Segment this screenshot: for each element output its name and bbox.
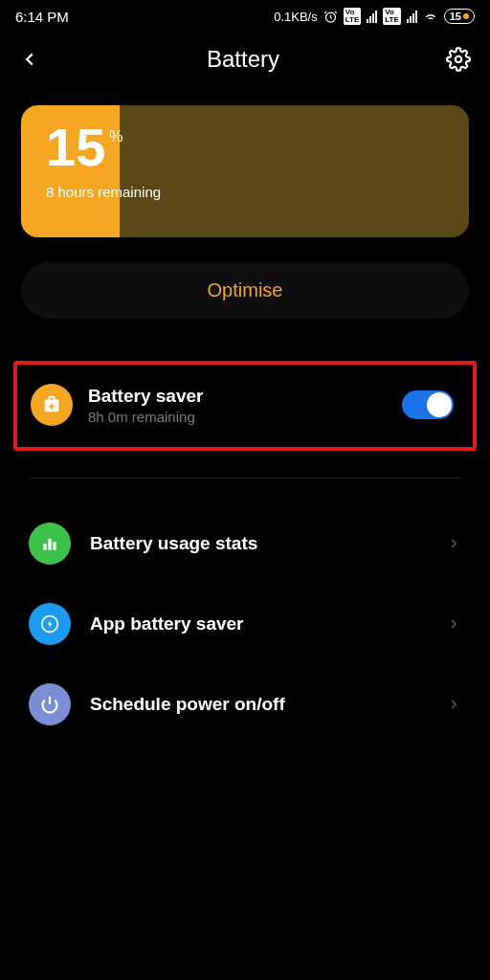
chevron-right-icon — [446, 697, 461, 712]
medkit-icon — [31, 384, 73, 426]
row-title: Battery usage stats — [90, 533, 427, 554]
battery-indicator-icon: 15 — [444, 9, 475, 24]
divider — [29, 478, 461, 479]
battery-saver-row[interactable]: Battery saver 8h 0m remaining — [31, 384, 454, 426]
row-battery-usage[interactable]: Battery usage stats — [29, 503, 461, 584]
signal-icon — [367, 11, 377, 23]
power-icon — [29, 683, 71, 725]
chevron-right-icon — [446, 536, 461, 551]
lte-badge-icon: VoLTE — [344, 8, 362, 25]
settings-list: Battery usage stats App battery saver Sc… — [0, 503, 490, 745]
optimise-button[interactable]: Optimise — [21, 262, 469, 319]
row-schedule-power[interactable]: Schedule power on/off — [29, 664, 461, 745]
chevron-right-icon — [446, 616, 461, 632]
svg-rect-3 — [48, 539, 51, 550]
status-bar: 6:14 PM 0.1KB/s VoLTE VoLTE 15 — [0, 0, 490, 33]
row-app-battery-saver[interactable]: App battery saver — [29, 584, 461, 664]
svg-point-1 — [456, 56, 462, 63]
highlight-box: Battery saver 8h 0m remaining — [13, 361, 477, 451]
row-title: App battery saver — [90, 613, 427, 635]
wifi-icon — [423, 9, 438, 24]
status-time: 6:14 PM — [15, 9, 69, 25]
saver-toggle[interactable] — [402, 390, 454, 419]
saver-title: Battery saver — [88, 386, 387, 407]
settings-icon[interactable] — [446, 47, 471, 72]
saver-subtitle: 8h 0m remaining — [88, 409, 387, 425]
page-title: Battery — [40, 46, 446, 73]
battery-card: 15% 8 hours remaining — [21, 105, 469, 237]
row-title: Schedule power on/off — [90, 694, 427, 715]
svg-rect-4 — [53, 542, 56, 549]
svg-rect-2 — [43, 544, 46, 550]
battery-remaining: 8 hours remaining — [46, 184, 161, 200]
status-right: 0.1KB/s VoLTE VoLTE 15 — [274, 8, 475, 25]
bars-icon — [29, 523, 71, 565]
battery-percent: 15 — [46, 121, 105, 174]
lte-badge-icon: VoLTE — [383, 8, 401, 25]
app-header: Battery — [0, 33, 490, 92]
back-icon[interactable] — [19, 49, 40, 70]
status-speed: 0.1KB/s — [274, 10, 318, 24]
percent-symbol: % — [109, 128, 122, 145]
signal-icon — [407, 11, 417, 23]
bolt-icon — [29, 603, 71, 645]
alarm-icon — [323, 10, 338, 24]
